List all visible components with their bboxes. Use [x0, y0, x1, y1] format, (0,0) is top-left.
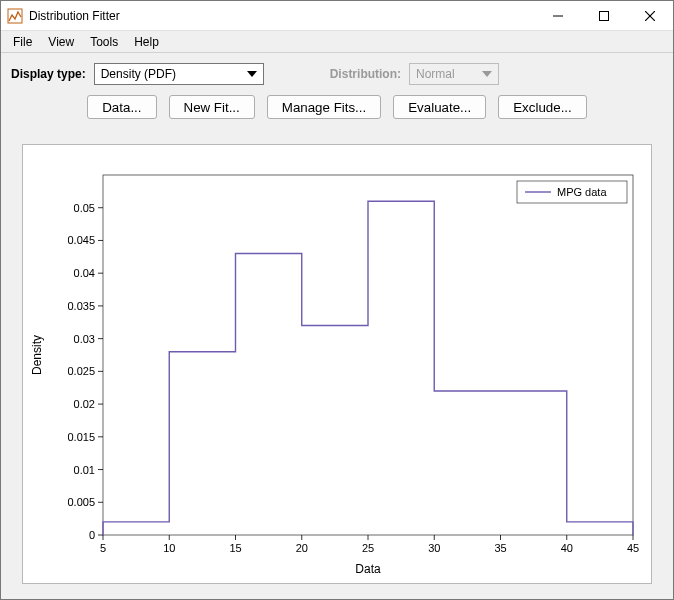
toolbar: Data... New Fit... Manage Fits... Evalua… — [1, 91, 673, 129]
density-chart: 5101520253035404500.0050.010.0150.020.02… — [23, 145, 653, 585]
data-button[interactable]: Data... — [87, 95, 156, 119]
svg-text:5: 5 — [100, 542, 106, 554]
svg-text:40: 40 — [561, 542, 573, 554]
svg-text:0.02: 0.02 — [74, 398, 95, 410]
evaluate-button[interactable]: Evaluate... — [393, 95, 486, 119]
display-type-value: Density (PDF) — [101, 67, 176, 81]
menu-tools[interactable]: Tools — [82, 33, 126, 51]
svg-text:45: 45 — [627, 542, 639, 554]
svg-text:0.04: 0.04 — [74, 267, 95, 279]
display-type-label: Display type: — [11, 67, 86, 81]
controls-row: Display type: Density (PDF) Distribution… — [1, 53, 673, 91]
svg-text:0.035: 0.035 — [67, 300, 95, 312]
distribution-label: Distribution: — [330, 67, 401, 81]
chevron-down-icon — [247, 71, 257, 77]
svg-text:0.045: 0.045 — [67, 234, 95, 246]
plot-container: 5101520253035404500.0050.010.0150.020.02… — [1, 129, 673, 599]
svg-text:0: 0 — [89, 529, 95, 541]
close-button[interactable] — [627, 1, 673, 30]
title-text: Distribution Fitter — [29, 9, 535, 23]
svg-text:30: 30 — [428, 542, 440, 554]
svg-rect-2 — [600, 11, 609, 20]
svg-text:0.025: 0.025 — [67, 365, 95, 377]
display-type-dropdown[interactable]: Density (PDF) — [94, 63, 264, 85]
minimize-button[interactable] — [535, 1, 581, 30]
manage-fits-button[interactable]: Manage Fits... — [267, 95, 381, 119]
svg-text:0.015: 0.015 — [67, 431, 95, 443]
svg-text:0.05: 0.05 — [74, 202, 95, 214]
menu-help[interactable]: Help — [126, 33, 167, 51]
svg-text:35: 35 — [494, 542, 506, 554]
svg-text:20: 20 — [296, 542, 308, 554]
titlebar: Distribution Fitter — [1, 1, 673, 31]
maximize-button[interactable] — [581, 1, 627, 30]
svg-text:Density: Density — [30, 335, 44, 375]
exclude-button[interactable]: Exclude... — [498, 95, 587, 119]
menubar: File View Tools Help — [1, 31, 673, 53]
new-fit-button[interactable]: New Fit... — [169, 95, 255, 119]
chevron-down-icon — [482, 71, 492, 77]
app-window: Distribution Fitter File View Tools Help… — [0, 0, 674, 600]
svg-text:0.03: 0.03 — [74, 333, 95, 345]
svg-text:0.005: 0.005 — [67, 496, 95, 508]
distribution-dropdown: Normal — [409, 63, 499, 85]
svg-text:Data: Data — [355, 562, 381, 576]
distribution-value: Normal — [416, 67, 455, 81]
svg-text:0.01: 0.01 — [74, 464, 95, 476]
plot-pane: 5101520253035404500.0050.010.0150.020.02… — [22, 144, 652, 584]
svg-text:10: 10 — [163, 542, 175, 554]
app-icon — [7, 8, 23, 24]
svg-text:MPG data: MPG data — [557, 186, 607, 198]
window-controls — [535, 1, 673, 30]
svg-text:25: 25 — [362, 542, 374, 554]
svg-text:15: 15 — [229, 542, 241, 554]
menu-file[interactable]: File — [5, 33, 40, 51]
menu-view[interactable]: View — [40, 33, 82, 51]
